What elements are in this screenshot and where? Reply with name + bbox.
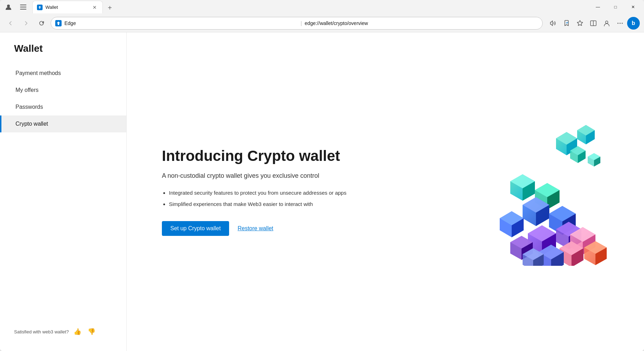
- svg-point-0: [7, 5, 10, 7]
- crypto-wallet-label: Crypto wallet: [15, 121, 48, 127]
- action-buttons: Set up Crypto wallet Restore wallet: [162, 221, 391, 236]
- title-bar: Wallet ✕ + — □ ✕: [0, 0, 644, 14]
- toolbar-icons: b: [547, 17, 640, 30]
- svg-point-8: [620, 23, 621, 24]
- crypto-illustration: [468, 118, 616, 266]
- intro-subtitle: A non-custodial crypto wallet gives you …: [162, 171, 391, 181]
- split-screen-icon[interactable]: [587, 17, 600, 30]
- window-controls: — □ ✕: [590, 1, 641, 13]
- sidebar: Wallet Payment methods My offers Passwor…: [0, 32, 127, 351]
- maximize-button[interactable]: □: [607, 1, 624, 13]
- cubes-svg: [468, 118, 616, 266]
- sidebar-footer: Satisfied with web3 wallet? 👍 👎: [0, 319, 126, 344]
- close-button[interactable]: ✕: [625, 1, 641, 13]
- refresh-button[interactable]: [35, 17, 48, 30]
- tab-close-button[interactable]: ✕: [91, 4, 98, 11]
- passwords-label: Passwords: [15, 104, 43, 110]
- address-separator: |: [301, 20, 302, 26]
- satisfaction-row: Satisfied with web3 wallet? 👍 👎: [14, 326, 112, 337]
- intro-title: Introducing Crypto wallet: [162, 148, 391, 164]
- tab-title: Wallet: [45, 5, 88, 10]
- sidebar-toggle[interactable]: [17, 1, 30, 13]
- sidebar-item-crypto-wallet[interactable]: Crypto wallet: [0, 115, 126, 132]
- my-offers-label: My offers: [15, 87, 39, 93]
- sidebar-item-payment-methods[interactable]: Payment methods: [0, 65, 126, 82]
- add-favorites-icon[interactable]: [574, 17, 586, 30]
- svg-rect-2: [20, 7, 26, 7]
- feature-list: Integrated security features to protect …: [169, 189, 391, 208]
- address-url: edge://wallet/crypto/overview: [305, 20, 538, 26]
- thumbs-down-button[interactable]: 👎: [86, 326, 97, 337]
- collections-icon[interactable]: [560, 17, 573, 30]
- tab-bar: Wallet ✕ +: [32, 1, 587, 13]
- profile-icon[interactable]: [3, 1, 14, 13]
- address-bar[interactable]: Edge | edge://wallet/crypto/overview: [51, 17, 543, 30]
- address-favicon: [55, 20, 62, 26]
- browser-content: Wallet Payment methods My offers Passwor…: [0, 32, 644, 351]
- restore-wallet-button[interactable]: Restore wallet: [238, 225, 273, 232]
- thumbs-up-button[interactable]: 👍: [72, 326, 83, 337]
- satisfaction-text: Satisfied with web3 wallet?: [14, 329, 69, 334]
- setup-crypto-wallet-button[interactable]: Set up Crypto wallet: [162, 221, 229, 236]
- content-left: Introducing Crypto wallet A non-custodia…: [162, 148, 391, 236]
- sidebar-item-my-offers[interactable]: My offers: [0, 82, 126, 99]
- profile-menu-icon[interactable]: [600, 17, 613, 30]
- sidebar-navigation: Payment methods My offers Passwords Cryp…: [0, 65, 126, 132]
- sidebar-item-passwords[interactable]: Passwords: [0, 99, 126, 115]
- read-aloud-icon[interactable]: [547, 17, 560, 30]
- sidebar-title: Wallet: [0, 43, 126, 54]
- feature-item-2: Simplified experiences that make Web3 ea…: [169, 200, 391, 208]
- feature-item-1: Integrated security features to protect …: [169, 189, 391, 197]
- svg-point-7: [618, 23, 619, 24]
- navigation-bar: Edge | edge://wallet/crypto/overview: [0, 14, 644, 32]
- svg-point-6: [606, 21, 608, 23]
- main-content: Introducing Crypto wallet A non-custodia…: [127, 32, 644, 351]
- forward-button[interactable]: [20, 17, 32, 30]
- bing-button[interactable]: b: [627, 17, 640, 30]
- back-button[interactable]: [4, 17, 17, 30]
- svg-rect-1: [20, 5, 26, 5]
- payment-methods-label: Payment methods: [15, 70, 61, 76]
- new-tab-button[interactable]: +: [104, 2, 115, 13]
- minimize-button[interactable]: —: [590, 1, 606, 13]
- more-options-icon[interactable]: [614, 17, 626, 30]
- browser-name: Edge: [64, 20, 298, 26]
- tab-favicon: [37, 5, 43, 10]
- svg-point-9: [622, 23, 623, 24]
- active-tab[interactable]: Wallet ✕: [32, 1, 103, 13]
- svg-rect-3: [20, 9, 26, 10]
